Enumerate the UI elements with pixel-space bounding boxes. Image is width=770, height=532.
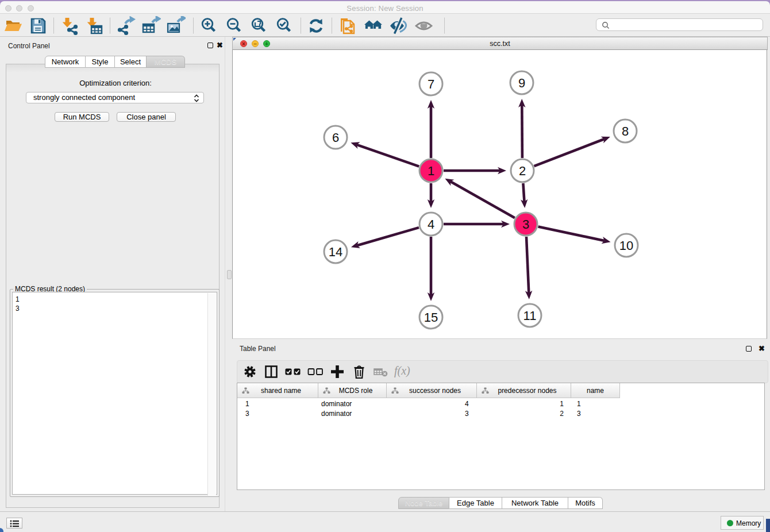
svg-text:6: 6 bbox=[332, 130, 339, 145]
svg-text:4: 4 bbox=[428, 217, 434, 232]
svg-text:3: 3 bbox=[522, 217, 529, 232]
svg-text:11: 11 bbox=[523, 309, 537, 323]
svg-text:10: 10 bbox=[619, 238, 633, 253]
svg-text:1: 1 bbox=[428, 164, 434, 178]
svg-text:15: 15 bbox=[424, 310, 438, 325]
svg-text:7: 7 bbox=[428, 77, 434, 91]
svg-text:14: 14 bbox=[329, 245, 342, 259]
svg-text:9: 9 bbox=[518, 76, 525, 90]
svg-text:8: 8 bbox=[622, 124, 629, 138]
svg-text:2: 2 bbox=[519, 164, 526, 178]
